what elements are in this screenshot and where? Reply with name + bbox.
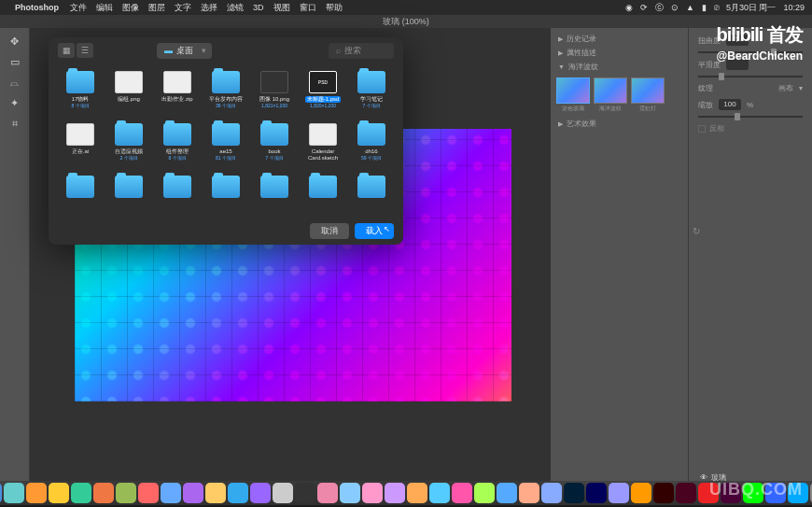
tool-wand[interactable]: ✦ [4,93,26,112]
dock-app[interactable] [0,483,2,503]
menubar-date[interactable]: 5月30日 周一 [726,2,777,14]
search-input[interactable]: ⌕搜索 [329,43,394,59]
accordion-ocean[interactable]: ▼海洋波纹 [554,60,684,74]
file-item[interactable]: 学习笔记7 个项目 [347,67,396,120]
dock-app[interactable] [474,483,495,503]
dock-app[interactable] [631,483,651,503]
control-center-icon[interactable]: ⎚ [714,3,719,12]
dock-app[interactable] [250,483,271,503]
accordion-artistic[interactable]: ▶艺术效果 [554,117,684,131]
app-name[interactable]: Photoshop [15,3,59,12]
smoothness-slider[interactable] [698,76,803,77]
file-item[interactable] [105,172,153,213]
file-item[interactable]: 编组.png [105,67,153,120]
dock-app[interactable] [676,483,696,503]
status-icon[interactable]: ⊙ [671,3,679,12]
dock-app[interactable] [71,483,91,503]
dock-app[interactable] [138,483,159,503]
dock-app[interactable] [497,483,517,503]
dock-app[interactable] [295,483,315,503]
dock-app[interactable] [161,483,181,503]
menu-type[interactable]: 文字 [175,2,191,14]
file-item[interactable] [56,172,105,213]
dock-app[interactable] [407,483,427,503]
dock-app[interactable] [586,483,607,503]
dock-app[interactable] [317,483,338,503]
tool-marquee[interactable]: ▭ [4,52,26,71]
file-item[interactable]: 自适应视频2 个项目 [105,120,153,172]
file-item[interactable] [347,172,396,213]
dock-app[interactable] [273,483,293,503]
view-list-button[interactable]: ☰ [77,43,93,58]
file-item[interactable]: dh1659 个项目 [347,120,396,172]
filter-thumb[interactable]: 霓虹灯 [631,77,665,113]
file-item[interactable] [202,172,250,213]
tool-move[interactable]: ✥ [4,32,26,50]
file-item[interactable] [299,172,347,213]
accordion-history[interactable]: ▶历史记录 [554,32,684,46]
cancel-button[interactable]: 取消 [310,223,349,239]
file-item[interactable]: 出勤作业.zip [153,67,202,120]
filter-thumb[interactable]: 海洋波纹 [594,77,627,113]
scaling-slider[interactable] [698,116,803,118]
file-item[interactable]: ae1581 个项目 [202,120,250,172]
filter-thumb[interactable]: 染色玻璃 [556,77,590,113]
menubar-time[interactable]: 10:29 [783,3,805,12]
file-item[interactable]: Calendar Card.sketch [299,120,347,172]
file-item[interactable]: 正在.ai [56,120,105,172]
tool-lasso[interactable]: ⌓ [4,73,26,92]
dock-app[interactable] [429,483,450,503]
file-item[interactable]: 平台发布内容38 个项目 [202,67,250,120]
file-item[interactable]: 图像 10.png1,821×1,200 [250,67,299,120]
menu-layer[interactable]: 图层 [148,2,165,14]
dock-app[interactable] [519,483,539,503]
menu-edit[interactable]: 编辑 [96,2,113,14]
accordion-styles[interactable]: ▶属性描述 [554,46,684,60]
menu-select[interactable]: 选择 [201,2,217,14]
file-item[interactable]: book7 个项目 [250,120,299,172]
dock-app[interactable] [452,483,472,503]
dock-app[interactable] [385,483,405,503]
dock-app[interactable] [340,483,360,503]
menu-filter[interactable]: 滤镜 [227,2,244,14]
menu-help[interactable]: 帮助 [326,2,343,14]
dock-app[interactable] [541,483,562,503]
menu-file[interactable]: 文件 [70,2,87,14]
open-button[interactable]: 载入↖ [355,223,394,239]
dock-app[interactable] [183,483,203,503]
file-item[interactable] [153,172,202,213]
dock-app[interactable] [362,483,383,503]
dock-app[interactable] [564,483,584,503]
menu-image[interactable]: 图像 [122,2,139,14]
location-dropdown[interactable]: ▬桌面 [157,43,212,59]
status-icon[interactable]: ⟳ [640,3,648,12]
dock-app[interactable] [93,483,114,503]
doc-icon [163,71,191,93]
status-icon[interactable]: ⓒ [655,2,664,14]
texture-menu-icon[interactable]: ▾ [799,84,803,92]
dock-app[interactable] [228,483,248,503]
menu-3d[interactable]: 3D [253,3,264,12]
dock-app[interactable] [49,483,69,503]
tool-crop[interactable]: ⌗ [4,114,26,133]
file-item[interactable]: 17物料8 个项目 [56,67,105,120]
menu-view[interactable]: 视图 [273,2,290,14]
file-item[interactable]: PSD未标题-1.psd1,820×1,200 [299,67,347,120]
dock-app[interactable] [205,483,226,503]
menu-window[interactable]: 窗口 [300,2,316,14]
file-item[interactable] [250,172,299,213]
dock-app[interactable] [609,483,629,503]
reset-icon[interactable]: ↻ [693,226,700,236]
dock-app[interactable] [653,483,674,503]
dock-app[interactable] [4,483,24,503]
battery-icon[interactable]: ▮ [702,3,707,12]
view-icon-button[interactable]: ▦ [58,43,75,58]
wifi-icon[interactable]: ▲ [686,3,694,12]
invert-checkbox[interactable] [698,125,706,133]
dock-app[interactable] [26,483,47,503]
status-icon[interactable]: ◉ [625,3,633,12]
file-item[interactable]: 组件整理8 个项目 [153,120,202,172]
dock-app[interactable] [116,483,136,503]
scaling-value[interactable]: 100 [719,99,741,110]
texture-value[interactable]: 画布 [778,83,793,93]
